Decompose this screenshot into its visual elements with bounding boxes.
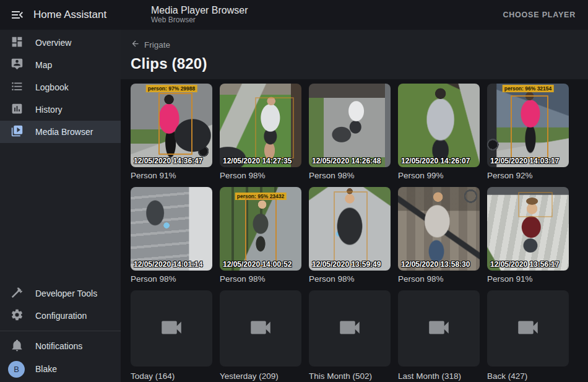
- sidebar-item-overview[interactable]: Overview: [0, 32, 121, 54]
- clip-caption: Person 99%: [398, 171, 480, 181]
- folder-thumbnail: [487, 290, 569, 367]
- bounding-box: [511, 95, 548, 159]
- page-section-title: Clips (820): [131, 55, 578, 72]
- clip-timestamp: 12/05/2020 14:01:14: [134, 260, 202, 269]
- sidebar-header: Home Assistant: [0, 7, 121, 22]
- clip-card[interactable]: 12/05/2020 14:26:07 Person 99%: [398, 84, 480, 181]
- clip-caption: Person 98%: [220, 171, 301, 181]
- clip-thumbnail: 12/05/2020 13:58:30: [398, 187, 480, 271]
- sidebar-item-label: Overview: [35, 38, 71, 48]
- clip-card[interactable]: 12/05/2020 13:59:49 Person 98%: [309, 187, 391, 284]
- sidebar-item-label: Logbook: [35, 82, 69, 92]
- folder-thumbnail: [398, 290, 480, 367]
- clip-timestamp: 12/05/2020 14:00:52: [223, 260, 292, 269]
- folder-card-back[interactable]: Back (427): [487, 290, 569, 381]
- clip-timestamp: 12/05/2020 13:56:17: [490, 260, 559, 269]
- folder-label: Back (427): [487, 371, 569, 381]
- folder-card-last-month[interactable]: Last Month (318): [398, 290, 480, 381]
- clip-timestamp: 12/05/2020 14:03:17: [490, 157, 559, 165]
- video-camera-icon: [426, 315, 452, 343]
- clip-caption: Person 92%: [487, 171, 569, 181]
- clip-card[interactable]: 12/05/2020 13:56:17 Person 91%: [487, 187, 569, 284]
- clip-caption: Person 91%: [487, 274, 569, 284]
- clip-timestamp: 12/05/2020 14:26:48: [312, 157, 381, 165]
- sidebar-item-label: Notifications: [35, 341, 82, 351]
- sidebar-item-label: History: [35, 105, 63, 115]
- sidebar-item-media-browser[interactable]: Media Browser: [0, 121, 121, 143]
- folder-card-today[interactable]: Today (164): [131, 290, 212, 381]
- folder-thumbnail: [131, 290, 212, 367]
- clip-thumbnail: person: 96% 32154 12/05/2020 14:03:17: [487, 84, 569, 167]
- bounding-box: [518, 192, 552, 217]
- media-browser-content: Frigate Clips (820) person: 97% 29988 12…: [121, 30, 588, 382]
- bell-icon: [11, 339, 24, 354]
- sidebar-item-configuration[interactable]: Configuration: [0, 305, 121, 327]
- map-account-icon: [11, 58, 24, 73]
- sidebar-item-label: Developer Tools: [35, 289, 97, 298]
- back-arrow-icon: [131, 39, 140, 50]
- play-box-multiple-icon: [11, 124, 24, 140]
- content-header: Frigate Clips (820): [121, 30, 588, 79]
- sidebar-item-developer-tools[interactable]: Developer Tools: [0, 282, 121, 305]
- video-camera-icon: [248, 315, 274, 343]
- hammer-icon: [11, 286, 24, 302]
- folder-label: Today (164): [131, 371, 212, 381]
- folder-thumbnail: [309, 290, 391, 367]
- folder-label: This Month (502): [309, 371, 391, 381]
- breadcrumb-label: Frigate: [144, 40, 170, 50]
- clip-timestamp: 12/05/2020 14:36:47: [134, 157, 202, 165]
- clip-card[interactable]: person: 97% 29988 12/05/2020 14:36:47 Pe…: [131, 84, 212, 181]
- clip-timestamp: 12/05/2020 13:59:49: [312, 260, 381, 269]
- video-camera-icon: [158, 315, 184, 343]
- menu-open-icon: [10, 15, 25, 24]
- sidebar: Overview Map Logbook History Media Brows…: [0, 30, 121, 382]
- clip-thumbnail: 12/05/2020 14:26:07: [398, 84, 480, 167]
- bounding-box: [334, 191, 368, 265]
- top-app-bar: Home Assistant Media Player Browser Web …: [0, 0, 588, 30]
- user-name: Blake: [35, 364, 57, 374]
- clip-thumbnail: 12/05/2020 13:56:17: [487, 187, 569, 271]
- sidebar-item-map[interactable]: Map: [0, 54, 121, 76]
- chart-box-icon: [11, 102, 24, 118]
- detection-label: person: 96% 32154: [503, 85, 554, 92]
- page-subtitle: Web Browser: [151, 16, 248, 25]
- choose-player-button[interactable]: CHOOSE PLAYER: [499, 6, 579, 24]
- clip-thumbnail: person: 97% 29988 12/05/2020 14:36:47: [131, 84, 212, 167]
- folder-card-yesterday[interactable]: Yesterday (209): [220, 290, 301, 381]
- clip-timestamp: 12/05/2020 13:58:30: [401, 260, 470, 269]
- bounding-box: [158, 93, 192, 155]
- clip-card[interactable]: 12/05/2020 14:01:14 Person 98%: [131, 187, 212, 284]
- clip-card[interactable]: 12/05/2020 14:26:48 Person 98%: [309, 84, 391, 181]
- sidebar-item-logbook[interactable]: Logbook: [0, 76, 121, 98]
- folder-card-this-month[interactable]: This Month (502): [309, 290, 391, 381]
- app-title: Home Assistant: [33, 9, 106, 21]
- sidebar-item-history[interactable]: History: [0, 98, 121, 121]
- clip-card[interactable]: person: 96% 32154 12/05/2020 14:03:17 Pe…: [487, 84, 569, 181]
- clip-timestamp: 12/05/2020 14:26:07: [401, 157, 470, 165]
- clip-caption: Person 91%: [131, 171, 212, 181]
- sidebar-item-user[interactable]: B Blake: [0, 357, 121, 381]
- list-bulleted-icon: [11, 80, 24, 95]
- clips-grid: person: 97% 29988 12/05/2020 14:36:47 Pe…: [121, 79, 588, 381]
- clip-card[interactable]: 12/05/2020 14:27:35 Person 98%: [220, 84, 301, 181]
- home-assistant-app: Home Assistant Media Player Browser Web …: [0, 0, 588, 382]
- detection-label: person: 97% 29988: [146, 85, 197, 92]
- clip-thumbnail: 12/05/2020 14:27:35: [220, 84, 301, 167]
- clip-thumbnail: 12/05/2020 13:59:49: [309, 187, 391, 271]
- clip-card[interactable]: 12/05/2020 13:58:30 Person 98%: [398, 187, 480, 284]
- sidebar-divider: [0, 331, 121, 331]
- clip-caption: Person 98%: [398, 274, 480, 284]
- bounding-box: [245, 198, 277, 267]
- breadcrumb-back-frigate[interactable]: Frigate: [131, 39, 170, 50]
- clip-thumbnail: 12/05/2020 14:26:48: [309, 84, 391, 167]
- sidebar-toggle-button[interactable]: [10, 7, 25, 22]
- clip-card[interactable]: person: 95% 23432 12/05/2020 14:00:52 Pe…: [220, 187, 301, 284]
- clip-caption: Person 98%: [220, 274, 301, 284]
- video-camera-icon: [337, 315, 363, 343]
- sidebar-item-label: Map: [35, 60, 52, 70]
- clip-thumbnail: person: 95% 23432 12/05/2020 14:00:52: [220, 187, 301, 271]
- avatar: B: [8, 361, 25, 378]
- sidebar-item-label: Media Browser: [35, 127, 93, 137]
- sidebar-item-notifications[interactable]: Notifications: [0, 335, 121, 357]
- clip-caption: Person 98%: [309, 274, 391, 284]
